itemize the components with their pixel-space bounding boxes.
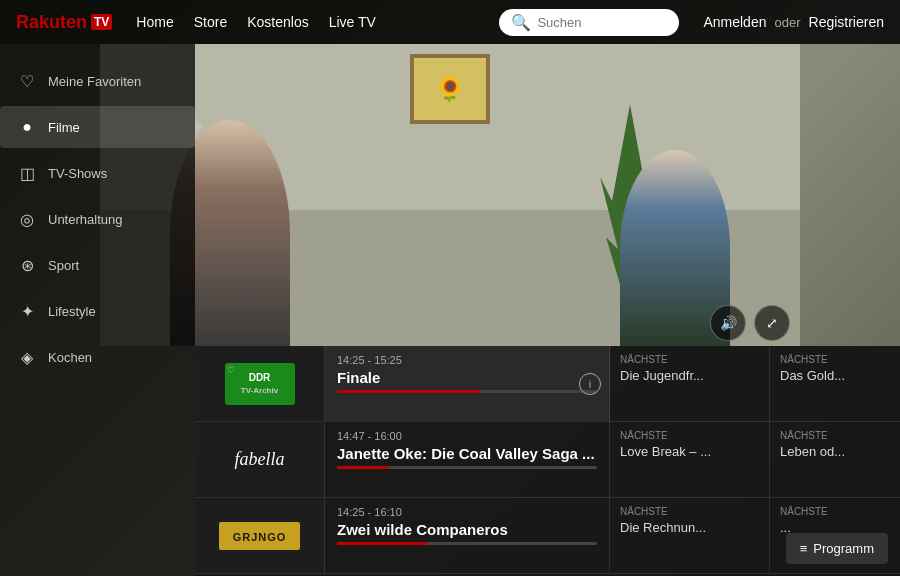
- ddr-current-time: 14:25 - 15:25: [337, 354, 597, 366]
- gringo-next1-title: Die Rechnun...: [620, 520, 759, 537]
- unterhaltung-icon: ◎: [16, 208, 38, 230]
- scene-background: 🌻: [100, 44, 800, 346]
- ddr-logo-text: DDRTV-Archiv: [233, 369, 287, 399]
- fabella-logo-text: fabella: [235, 449, 285, 470]
- search-bar[interactable]: 🔍: [499, 9, 679, 36]
- register-link[interactable]: Registrieren: [809, 14, 884, 30]
- channel-next1-ddr[interactable]: Nächste Die Jugendfr...: [610, 346, 770, 421]
- auth-separator: oder: [774, 15, 800, 30]
- search-input[interactable]: [537, 15, 667, 30]
- sport-icon: ⊛: [16, 254, 38, 276]
- sidebar-label-sport: Sport: [48, 258, 79, 273]
- heart-icon: ♡: [16, 70, 38, 92]
- channel-current-gringo[interactable]: 14:25 - 16:10 Zwei wilde Companeros: [325, 498, 610, 573]
- filme-icon: ●: [16, 116, 38, 138]
- logo-tv-badge: TV: [91, 14, 112, 30]
- video-controls: 🔊 ⤢: [710, 305, 790, 341]
- main-nav: Home Store Kostenlos Live TV: [136, 14, 475, 30]
- sidebar-label-filme: Filme: [48, 120, 80, 135]
- sidebar-item-kochen[interactable]: ◈ Kochen: [0, 336, 195, 378]
- fabella-next1-title: Love Break – ...: [620, 444, 759, 461]
- sidebar-label-tvshows: TV-Shows: [48, 166, 107, 181]
- gringo-current-title: Zwei wilde Companeros: [337, 521, 597, 538]
- fabella-progress-fill: [337, 466, 389, 469]
- channel-current-fabella[interactable]: 14:47 - 16:00 Janette Oke: Die Coal Vall…: [325, 422, 610, 497]
- sidebar-item-lifestyle[interactable]: ✦ Lifestyle: [0, 290, 195, 332]
- ddr-next1-title: Die Jugendfr...: [620, 368, 759, 385]
- ddr-next2-label: Nächste: [780, 354, 890, 365]
- volume-button[interactable]: 🔊: [710, 305, 746, 341]
- gringo-progress-fill: [337, 542, 428, 545]
- rakuten-logo[interactable]: Rakuten TV: [16, 12, 112, 33]
- sidebar-label-unterhaltung: Unterhaltung: [48, 212, 122, 227]
- ddr-next2-title: Das Gold...: [780, 368, 890, 385]
- ddr-progress-fill: [337, 390, 480, 393]
- channel-next2-fabella[interactable]: Nächste Leben od...: [770, 422, 900, 497]
- channel-row-fabella: fabella 14:47 - 16:00 Janette Oke: Die C…: [195, 422, 900, 498]
- ddr-progress-bar: [337, 390, 597, 393]
- header: Rakuten TV Home Store Kostenlos Live TV …: [0, 0, 900, 44]
- channel-logo-gringo[interactable]: GRJNGO: [195, 498, 325, 573]
- gringo-next1-label: Nächste: [620, 506, 759, 517]
- volume-icon: 🔊: [720, 315, 737, 331]
- fullscreen-icon: ⤢: [766, 315, 778, 331]
- fabella-next1-label: Nächste: [620, 430, 759, 441]
- fullscreen-button[interactable]: ⤢: [754, 305, 790, 341]
- fabella-current-time: 14:47 - 16:00: [337, 430, 597, 442]
- fabella-current-title: Janette Oke: Die Coal Valley Saga ...: [337, 445, 597, 462]
- sidebar-label-lifestyle: Lifestyle: [48, 304, 96, 319]
- gringo-logo-text: GRJNGO: [227, 528, 293, 546]
- sidebar-label-kochen: Kochen: [48, 350, 92, 365]
- channel-row-ddr: ♡ DDRTV-Archiv 14:25 - 15:25 Finale i Nä…: [195, 346, 900, 422]
- tvshows-icon: ◫: [16, 162, 38, 184]
- fabella-next2-label: Nächste: [780, 430, 890, 441]
- sidebar-item-tvshows[interactable]: ◫ TV-Shows: [0, 152, 195, 194]
- auth-links: Anmelden oder Registrieren: [703, 14, 884, 30]
- gringo-current-time: 14:25 - 16:10: [337, 506, 597, 518]
- sidebar-pointer: [195, 119, 203, 135]
- sidebar-item-favoriten[interactable]: ♡ Meine Favoriten: [0, 60, 195, 102]
- lifestyle-icon: ✦: [16, 300, 38, 322]
- fabella-progress-bar: [337, 466, 597, 469]
- sidebar-item-sport[interactable]: ⊛ Sport: [0, 244, 195, 286]
- logo-rakuten-text: Rakuten: [16, 12, 87, 33]
- programm-button[interactable]: ≡ Programm: [786, 533, 888, 564]
- channel-next2-ddr[interactable]: Nächste Das Gold...: [770, 346, 900, 421]
- gringo-next2-label: Nächste: [780, 506, 890, 517]
- ddr-info-button[interactable]: i: [579, 373, 601, 395]
- nav-store[interactable]: Store: [194, 14, 227, 30]
- programm-icon: ≡: [800, 541, 808, 556]
- ddr-sub-text: TV-Archiv: [241, 386, 278, 395]
- nav-home[interactable]: Home: [136, 14, 173, 30]
- login-link[interactable]: Anmelden: [703, 14, 766, 30]
- video-scene: 🌻: [100, 44, 800, 346]
- channel-logo-ddr[interactable]: ♡ DDRTV-Archiv: [195, 346, 325, 421]
- sidebar-label-favoriten: Meine Favoriten: [48, 74, 141, 89]
- gringo-progress-bar: [337, 542, 597, 545]
- channel-next1-gringo[interactable]: Nächste Die Rechnun...: [610, 498, 770, 573]
- nav-kostenlos[interactable]: Kostenlos: [247, 14, 308, 30]
- channel-current-ddr[interactable]: 14:25 - 15:25 Finale i: [325, 346, 610, 421]
- sidebar-item-unterhaltung[interactable]: ◎ Unterhaltung: [0, 198, 195, 240]
- search-icon: 🔍: [511, 13, 531, 32]
- ddr-current-title: Finale: [337, 369, 597, 386]
- channel-next1-fabella[interactable]: Nächste Love Break – ...: [610, 422, 770, 497]
- sidebar-item-filme[interactable]: ● Filme: [0, 106, 195, 148]
- sidebar: ♡ Meine Favoriten ● Filme ◫ TV-Shows ◎ U…: [0, 44, 195, 576]
- nav-live-tv[interactable]: Live TV: [329, 14, 376, 30]
- channel-logo-fabella[interactable]: fabella: [195, 422, 325, 497]
- ddr-next1-label: Nächste: [620, 354, 759, 365]
- kochen-icon: ◈: [16, 346, 38, 368]
- fabella-next2-title: Leben od...: [780, 444, 890, 461]
- programm-label: Programm: [813, 541, 874, 556]
- scene-painting: 🌻: [410, 54, 490, 124]
